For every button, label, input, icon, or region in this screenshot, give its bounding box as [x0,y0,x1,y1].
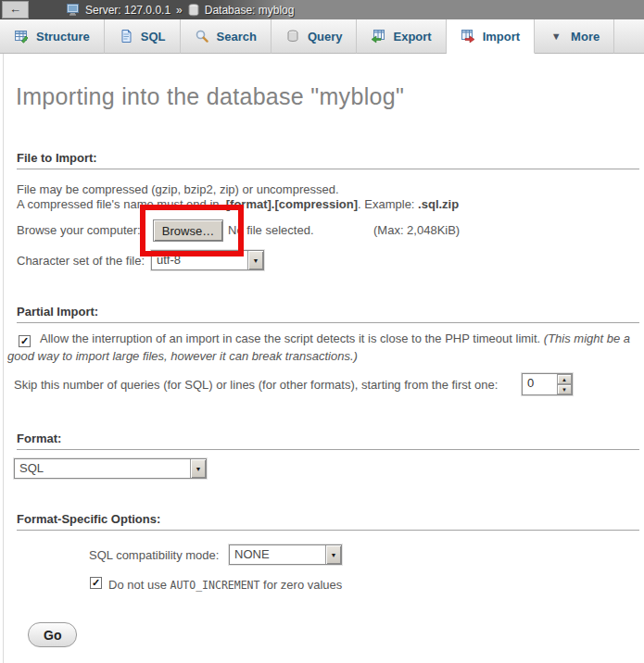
dropdown-arrow-icon[interactable]: ▼ [190,459,206,478]
page-title: Importing into the database "myblog" [16,83,404,110]
search-icon [195,29,209,44]
tab-more-label: More [571,30,600,44]
format-specific-heading: Format-Specific Options: [17,512,160,526]
tab-export-label: Export [393,30,431,44]
file-name-rule-format: .[format].[compression] [222,197,358,211]
charset-select-value: utf-8 [152,251,247,269]
tab-bar-filler [614,19,644,54]
tab-query[interactable]: Query [271,19,358,54]
tab-search-label: Search [217,30,257,44]
browse-button[interactable]: Browse… [153,219,223,242]
sql-compatibility-select[interactable]: NONE ▼ [229,544,342,565]
skip-queries-input[interactable]: 0 ▲ ▼ [522,373,573,395]
section-heading-format-specific: Format-Specific Options: [17,510,639,531]
dropdown-arrow-icon[interactable]: ▼ [325,545,341,564]
tab-import[interactable]: Import [447,19,535,54]
autoincrement-checkbox[interactable]: ✓ [90,577,102,589]
breadcrumb-server[interactable]: Server: 127.0.0.1 [85,4,170,17]
autoincrement-label: Do not use AUTO_INCREMENT for zero value… [108,578,342,592]
breadcrumb-bar: ← Server: 127.0.0.1 » Database: myblog [0,0,644,19]
compression-hint: File may be compressed (gzip, bzip2, zip… [17,182,339,196]
allow-interruption-checkbox[interactable]: ✓ [19,335,31,347]
max-upload-size: (Max: 2,048KiB) [373,223,460,237]
spinner-buttons: ▲ ▼ [557,374,572,394]
server-icon [67,4,80,16]
allow-interruption-text: Allow the interruption of an import in c… [40,332,544,345]
file-to-import-heading: File to Import: [17,151,97,165]
spin-down-button[interactable]: ▼ [557,384,572,394]
autoincrement-label-suffix: for zero values [259,578,342,592]
partial-import-heading: Partial Import: [17,305,98,319]
tab-search[interactable]: Search [181,19,271,54]
section-heading-format: Format: [17,430,639,450]
format-heading: Format: [17,432,61,445]
section-heading-file-to-import: File to Import: [17,149,639,169]
autoincrement-label-prefix: Do not use [108,578,170,592]
breadcrumb-separator: » [176,4,183,17]
skip-queries-label: Skip this number of queries (for SQL) or… [14,378,498,392]
tab-structure-label: Structure [36,30,90,44]
export-icon [371,29,385,44]
spin-up-button[interactable]: ▲ [557,374,572,384]
autoincrement-code: AUTO_INCREMENT [170,579,260,592]
allow-interruption-row: ✓Allow the interruption of an import in … [7,330,639,365]
file-name-rule: A compressed file's name must end in .[f… [17,197,459,211]
phpmyadmin-import-page: ← Server: 127.0.0.1 » Database: myblog S… [0,0,644,663]
chevron-down-icon: ▼ [549,29,563,44]
tab-sql[interactable]: SQL [105,19,181,54]
tab-structure[interactable]: Structure [0,19,105,54]
tab-import-label: Import [483,30,520,44]
tab-sql-label: SQL [141,30,166,44]
breadcrumb-database[interactable]: Database: myblog [205,4,295,17]
tab-export[interactable]: Export [357,19,446,54]
structure-icon [14,29,29,44]
file-name-rule-mid: . Example: [358,197,418,211]
back-button[interactable]: ← [2,1,29,19]
tab-query-label: Query [308,30,343,44]
section-heading-partial-import: Partial Import: [17,303,639,323]
import-icon [461,29,475,44]
charset-label: Character set of the file: [17,254,145,268]
sql-compatibility-value: NONE [230,545,325,564]
sql-icon [119,29,133,44]
go-button[interactable]: Go [28,622,77,647]
tab-bar: Structure SQL Search Query Export [0,19,644,54]
file-name-rule-prefix: A compressed file's name must end in [17,197,222,211]
breadcrumb: Server: 127.0.0.1 » Database: myblog [67,0,294,19]
query-icon [285,29,300,44]
back-arrow-icon: ← [9,2,21,16]
tab-more[interactable]: ▼ More [535,19,614,54]
content-left-border [3,54,4,663]
skip-queries-value[interactable]: 0 [523,374,557,394]
file-name-rule-example: .sql.zip [418,197,459,211]
browse-label: Browse your computer: [17,223,141,237]
charset-select[interactable]: utf-8 ▼ [151,250,264,270]
format-select[interactable]: SQL ▼ [14,458,207,479]
sql-compatibility-label: SQL compatibility mode: [89,548,219,562]
database-icon [188,4,199,17]
no-file-selected-text: No file selected. [228,223,314,237]
format-select-value: SQL [15,459,190,478]
dropdown-arrow-icon[interactable]: ▼ [247,251,263,269]
